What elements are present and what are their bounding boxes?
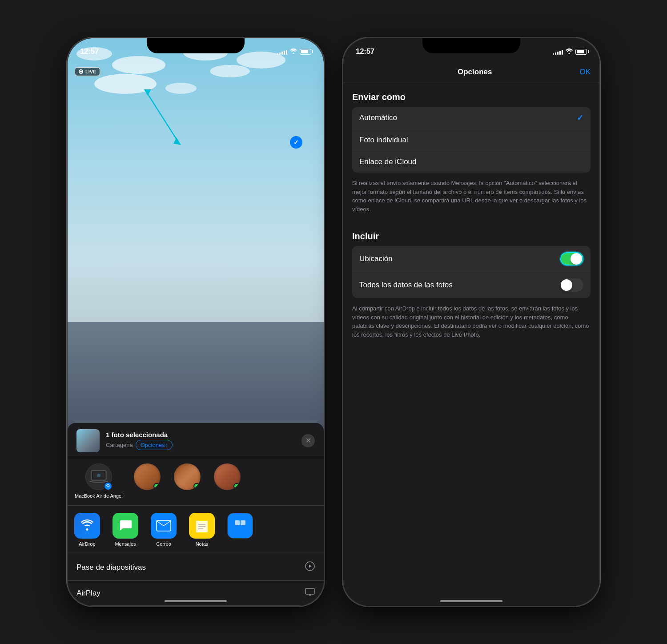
- notch-right: [422, 38, 520, 53]
- close-icon: ✕: [305, 436, 311, 445]
- home-indicator-right: [440, 600, 502, 602]
- notch-left: [147, 38, 245, 53]
- online-dot-3: [193, 483, 200, 489]
- battery-icon-left: [300, 49, 311, 55]
- app-mail[interactable]: Correo: [149, 513, 179, 547]
- options-header: Opciones OK: [343, 60, 599, 83]
- phone-left: 12:57: [67, 37, 325, 607]
- notes-app-label: Notas: [196, 541, 209, 547]
- foto-individual-label: Foto individual: [359, 136, 408, 145]
- opciones-button[interactable]: Opciones ›: [136, 440, 173, 450]
- enlace-icloud-label: Enlace de iCloud: [359, 157, 417, 166]
- share-close-button[interactable]: ✕: [301, 434, 315, 447]
- send-as-heading: Enviar como: [343, 83, 599, 107]
- signal-icon-left: [277, 48, 287, 55]
- live-dot-icon: [79, 69, 83, 74]
- airplay-label: AirPlay: [76, 589, 100, 598]
- ubicacion-label: Ubicación: [359, 254, 393, 263]
- send-options-section: Automático ✓ Foto individual Enlace de i…: [343, 107, 599, 173]
- slideshow-label: Pase de diapositivas: [76, 563, 146, 572]
- option-foto-individual[interactable]: Foto individual: [352, 129, 591, 151]
- contact-macbook[interactable]: MacBook Air de Angel: [75, 463, 123, 499]
- include-options-group: Ubicación Todos los datos de las fotos: [352, 246, 591, 298]
- todos-datos-label: Todos los datos de las fotos: [359, 281, 453, 290]
- more-app-icon: [227, 513, 253, 539]
- action-slideshow[interactable]: Pase de diapositivas: [68, 554, 324, 581]
- automatico-label: Automático: [359, 113, 397, 122]
- options-title: Opciones: [370, 68, 579, 76]
- notes-app-icon: [189, 513, 215, 539]
- svg-rect-8: [196, 520, 208, 532]
- toggle-thumb-off: [561, 279, 572, 291]
- mail-app-icon: [151, 513, 177, 539]
- airdrop-app-label: AirDrop: [79, 541, 95, 547]
- mail-app-label: Correo: [156, 541, 171, 547]
- status-icons-left: [277, 48, 311, 55]
- wifi-icon-right: [566, 48, 573, 55]
- signal-icon-right: [553, 48, 563, 55]
- svg-rect-13: [235, 520, 240, 525]
- time-left: 12:57: [80, 47, 99, 56]
- contact-3[interactable]: [172, 463, 203, 499]
- send-note: Si realizas el envío solamente usando Me…: [343, 174, 599, 222]
- airplay-icon: [305, 588, 315, 598]
- include-note: Al compartir con AirDrop e incluir todos…: [343, 300, 599, 348]
- apps-row: AirDrop Mensajes: [68, 506, 324, 554]
- share-subtitle: Cartagena: [106, 442, 133, 448]
- option-enlace-icloud[interactable]: Enlace de iCloud: [352, 151, 591, 173]
- phone-right: 12:57: [342, 37, 600, 607]
- svg-point-6: [97, 474, 100, 477]
- include-section: Ubicación Todos los datos de las fotos: [343, 246, 599, 298]
- app-more[interactable]: [225, 513, 255, 547]
- time-right: 12:57: [356, 47, 374, 56]
- share-sheet: 1 foto seleccionada Cartagena Opciones ›…: [68, 423, 324, 606]
- options-content: Opciones OK Enviar como Automático ✓ Fot…: [343, 60, 599, 606]
- macbook-name: MacBook Air de Angel: [75, 493, 123, 499]
- airdrop-app-icon: [74, 513, 100, 539]
- share-title: 1 foto seleccionada: [106, 431, 295, 439]
- home-indicator-left: [165, 600, 227, 602]
- include-heading: Incluir: [343, 222, 599, 246]
- wifi-icon-left: [290, 48, 297, 55]
- svg-rect-14: [241, 520, 245, 525]
- messages-app-label: Mensajes: [115, 541, 136, 547]
- share-thumbnail: [76, 429, 100, 452]
- messages-app-icon: [113, 513, 138, 539]
- live-badge: LIVE: [75, 67, 100, 76]
- share-header: 1 foto seleccionada Cartagena Opciones ›…: [68, 423, 324, 457]
- photo-checkmark[interactable]: ✓: [290, 136, 302, 149]
- svg-rect-9: [196, 518, 208, 521]
- send-options-group: Automático ✓ Foto individual Enlace de i…: [352, 107, 591, 173]
- toggle-thumb-on: [571, 253, 582, 265]
- airdrop-badge-icon: [104, 482, 113, 491]
- app-notes[interactable]: Notas: [187, 513, 217, 547]
- option-todos-datos[interactable]: Todos los datos de las fotos: [352, 272, 591, 298]
- share-header-text: 1 foto seleccionada Cartagena Opciones ›: [106, 431, 295, 450]
- battery-icon-right: [575, 49, 587, 55]
- ubicacion-toggle[interactable]: [560, 252, 583, 266]
- online-dot-4: [233, 483, 240, 489]
- contact-2[interactable]: [132, 463, 163, 499]
- share-subtitle-row: Cartagena Opciones ›: [106, 440, 295, 450]
- online-dot-2: [153, 483, 160, 489]
- contacts-row: MacBook Air de Angel: [68, 457, 324, 506]
- status-icons-right: [553, 48, 587, 55]
- app-messages[interactable]: Mensajes: [110, 513, 141, 547]
- todos-datos-toggle[interactable]: [560, 278, 583, 292]
- app-airdrop[interactable]: AirDrop: [72, 513, 102, 547]
- contact-4[interactable]: [212, 463, 243, 499]
- checkmark-selected: ✓: [577, 113, 583, 123]
- ok-button[interactable]: OK: [579, 68, 591, 76]
- play-icon: [305, 561, 315, 573]
- live-label: LIVE: [85, 69, 96, 74]
- macbook-avatar: [85, 463, 112, 490]
- option-ubicacion[interactable]: Ubicación: [352, 246, 591, 272]
- option-automatico[interactable]: Automático ✓: [352, 107, 591, 129]
